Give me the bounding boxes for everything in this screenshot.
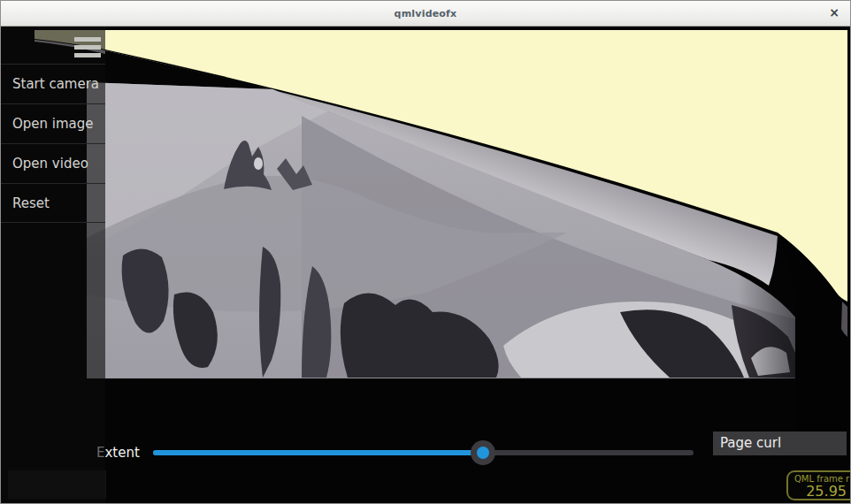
sidebar-item-open-video[interactable]: Open video: [1, 143, 105, 183]
extent-slider-handle[interactable]: [471, 440, 495, 465]
hamburger-bar: [74, 37, 101, 42]
video-effect-view: [1, 1, 851, 504]
fps-overlay: QML frame r… 25.95: [786, 470, 851, 500]
window-title: qmlvideofx: [1, 1, 850, 27]
extent-slider[interactable]: [153, 439, 694, 466]
hamburger-bar: [74, 53, 101, 57]
effect-selector-button[interactable]: Page curl: [713, 431, 847, 455]
sidebar-item-start-camera[interactable]: Start camera: [1, 64, 105, 103]
sidebar-item-open-image[interactable]: Open image: [1, 103, 105, 143]
close-button[interactable]: ×: [824, 1, 845, 27]
sidebar-item-reset[interactable]: Reset: [1, 183, 105, 223]
hamburger-bar: [74, 45, 101, 50]
app-window: qmlvideofx × Extent Start camera Open im…: [0, 0, 851, 504]
hamburger-icon[interactable]: [74, 34, 101, 62]
sidebar-menu: Start camera Open image Open video Reset: [1, 64, 105, 223]
titlebar: qmlvideofx ×: [1, 1, 850, 27]
extent-slider-fill: [153, 450, 483, 455]
fps-value: 25.95: [788, 483, 847, 500]
